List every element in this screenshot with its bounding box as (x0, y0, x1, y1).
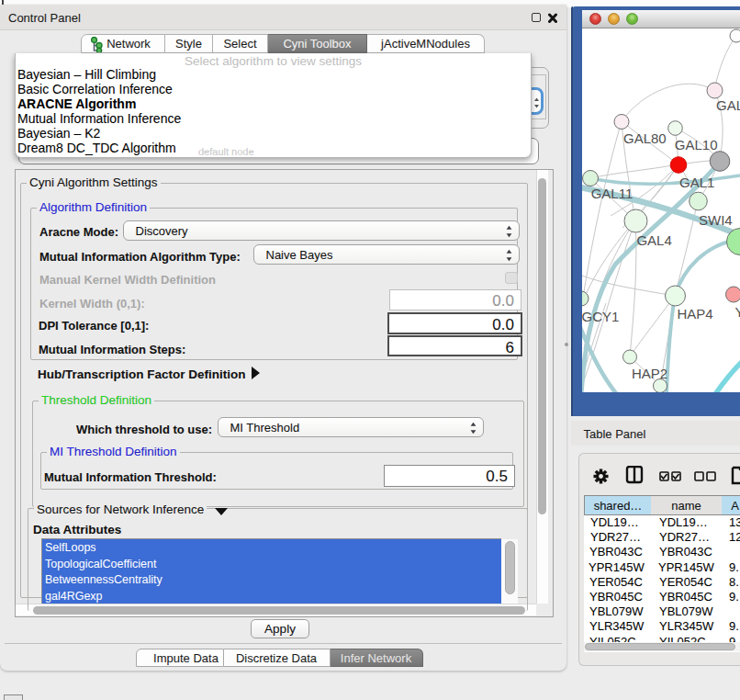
svg-text:GAL10: GAL10 (675, 137, 718, 152)
svg-text:SWI4: SWI4 (699, 212, 733, 228)
svg-text:GAL80: GAL80 (623, 130, 667, 146)
svg-text:HAP2: HAP2 (632, 366, 667, 381)
svg-text:Y: Y (735, 304, 740, 320)
svg-text:HAP4: HAP4 (677, 306, 712, 322)
svg-text:GCY1: GCY1 (582, 309, 619, 324)
svg-text:GAL1: GAL1 (679, 175, 714, 190)
svg-text:GAL11: GAL11 (591, 186, 633, 201)
svg-text:GAL: GAL (716, 97, 740, 113)
svg-text:GAL4: GAL4 (636, 232, 671, 248)
